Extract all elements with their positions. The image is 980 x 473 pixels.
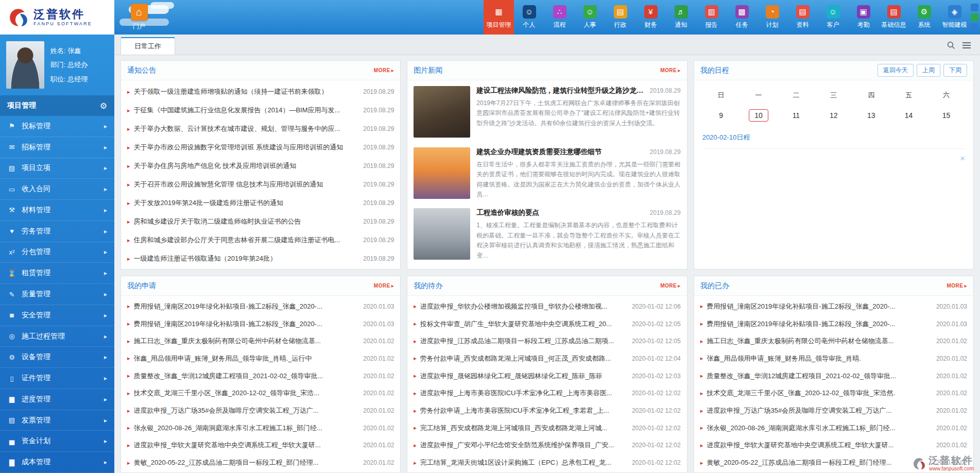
calendar-date[interactable]: 11: [787, 109, 806, 122]
header-module[interactable]: ¥ 财务: [635, 0, 666, 35]
header-module[interactable]: ♬ 通知: [666, 0, 696, 35]
header-module[interactable]: ☺ 客户: [818, 0, 848, 35]
list-item[interactable]: ▸ 关于举办市政公用设施数字化管理培训班 系统建设与应用培训班的通知 2019.…: [121, 138, 400, 157]
clipped-module-icon[interactable]: [971, 23, 978, 31]
header-module[interactable]: ▣ 考勤: [848, 0, 879, 35]
sidebar-menu-item[interactable]: ✉ 招标管理 ▸: [0, 137, 114, 158]
list-item[interactable]: ▸ 张鑫_用品领用申请_账簿_财务用品_领导审批_肖晴. 2020.01.02: [694, 350, 973, 367]
menu-list-icon[interactable]: [962, 42, 971, 49]
list-item[interactable]: ▸ 关于发放2019年第24批一级建造师注册证书的通知 2019.08.29: [121, 194, 400, 212]
sidebar-menu-item[interactable]: ▭ 收入合同 ▸: [0, 179, 114, 200]
list-item[interactable]: ▸ 技术交底_龙湖三千里小区_张鑫_2020-12-02_领导审批_宋浩然. 2…: [694, 385, 973, 402]
header-module[interactable]: ☺ 个人: [514, 0, 544, 35]
portal-button[interactable]: ⌂ 门户: [114, 0, 164, 35]
list-item[interactable]: ▸ 关于举办大数据、云计算技术在城市建设、规划、管理与服务中的应... 2019…: [121, 120, 400, 138]
calendar-date[interactable]: 13: [862, 109, 881, 122]
sidebar-menu-item[interactable]: ▯ 证件管理 ▸: [0, 368, 114, 389]
list-item[interactable]: ▸ 进度款申报_晟铭园林绿化工程_晟铭园林绿化工程_陈菲_陈菲 2020-01-…: [407, 367, 686, 385]
sidebar-menu-item[interactable]: ▆ 进度管理 ▸: [0, 389, 114, 410]
calendar-date[interactable]: 10: [749, 109, 768, 122]
list-item[interactable]: ▸ 进度款申报_江苏成品油二期项目一标段工程_江苏成品油二期项... 2020-…: [407, 332, 686, 350]
header-module[interactable]: ▤ 资料: [787, 0, 818, 35]
list-item[interactable]: ▸ 投标文件审查_胡广生_华软大厦研究基地中央空调系统工程_20... 2020…: [407, 315, 686, 333]
list-item[interactable]: ▸ 费用报销_潼南区2019年绿化补贴项目-施工2标段_张鑫_2020-... …: [121, 315, 400, 333]
sidebar-menu-item[interactable]: ◙ 安全管理 ▸: [0, 305, 114, 326]
sidebar-menu-item[interactable]: ▤ 发票管理 ▸: [0, 410, 114, 431]
header-module[interactable]: ▤ 基础信息: [879, 0, 909, 35]
list-item[interactable]: ▸ 完工结算_龙湖天街城1区设计采购施工（EPC）总承包工程_龙... 2020…: [407, 454, 686, 471]
list-item[interactable]: ▸ 进度款申报_华软办公楼增加视频监控项目_华软办公楼增加视... 2020-0…: [407, 298, 686, 315]
list-item[interactable]: ▸ 张永银_2020-08-26_湖南洞庭湖水库引水工程施工1标_部门经... …: [694, 419, 973, 437]
list-item[interactable]: ▸ 房和城乡建设厅关于取消二级建造师临时执业证书的公告 2019.08.29: [121, 212, 400, 231]
list-item[interactable]: ▸ 于征集《中国建筑施工行业信息化发展报告（2014）—BIM应用与发... 2…: [121, 101, 400, 120]
list-item[interactable]: ▸ 关于领取一级注册建造师增项贴的通知（须持一建证书前来领取） 2019.08.…: [121, 82, 400, 101]
list-item[interactable]: ▸ 关于举办住房与房地产信息化 技术及应用培训班的通知 2019.08.29: [121, 157, 400, 175]
calendar-date[interactable]: 9: [713, 109, 729, 122]
header-module[interactable]: ⚙ 系统: [909, 0, 939, 35]
sidebar-menu-item[interactable]: ▤ 项目立项 ▸: [0, 158, 114, 179]
sidebar-menu-item[interactable]: ▅ 资金计划 ▸: [0, 431, 114, 452]
sidebar-menu-item[interactable]: ♥ 劳务管理 ▸: [0, 221, 114, 242]
list-item[interactable]: ▸ 完工结算_西安成都路龙湖上河城项目_西安成都路龙湖上河城... 2020-0…: [407, 419, 686, 437]
back-to-today-button[interactable]: 返回今天: [878, 64, 914, 77]
news-item[interactable]: 建筑企业办理建筑资质需要注意哪些细节 2019.08.29 在日常生活中，很多人…: [414, 147, 680, 202]
list-item[interactable]: ▸ 进度款申报_万达广场35#会所及咖啡厅空调安装工程_万达广... 2020.…: [694, 402, 973, 419]
header-module[interactable]: ◈ 智能建模: [939, 0, 970, 35]
calendar-date[interactable]: 12: [824, 109, 844, 122]
header-module[interactable]: ◔ 计划: [757, 0, 787, 35]
list-item[interactable]: ▸ 住房和城乡建设部办公厅关于同意吉林省开展二级建造师注册证书电... 2019…: [121, 231, 400, 249]
sidebar-menu-item[interactable]: ⚒ 材料管理 ▸: [0, 200, 114, 221]
list-item[interactable]: ▸ 张鑫_用品领用申请_账簿_财务用品_领导审批_肖晴._运行中 2020.01…: [121, 350, 400, 367]
tab-daily-work[interactable]: 日常工作: [121, 37, 175, 55]
news-item[interactable]: 工程造价审核的要点 2019.08.29 1、核准工程量。工程量是编制决算最基本…: [414, 208, 680, 263]
sidebar-menu-item[interactable]: ⌛ 租赁管理 ▸: [0, 263, 114, 284]
list-item[interactable]: ▸ 施工日志_张鑫_重庆太极制药有限公司亳州中药材仓储物流基... 2020.0…: [121, 332, 400, 350]
list-item[interactable]: ▸ 施工日志_张鑫_重庆太极制药有限公司亳州中药材仓储物流基... 2020.0…: [694, 332, 973, 350]
next-week-button[interactable]: 下周: [943, 64, 967, 77]
calendar-date[interactable]: 15: [937, 109, 956, 122]
list-item[interactable]: ▸ 费用报销_潼南区2019年绿化补贴项目-施工2标段_张鑫_2020-... …: [121, 298, 400, 315]
list-item[interactable]: ▸ 黄敏_2020-05-22_江苏成品油二期项目一标段工程_部门经理... 2…: [694, 454, 973, 471]
clipped-module-icon[interactable]: [971, 4, 978, 11]
list-item[interactable]: ▸ 劳务付款申请_西安成都路龙湖上河城项目_何正茂_西安成都路... 2020-…: [407, 350, 686, 367]
list-item[interactable]: ▸ 费用报销_潼南区2019年绿化补贴项目-施工2标段_张鑫_2020-... …: [694, 315, 973, 333]
sidebar-menu-item[interactable]: ▇ 成本管理 ▸: [0, 452, 114, 473]
list-item[interactable]: ▸ 一级建造师注册证书领取通知（2019年第24批） 2019.08.29: [121, 249, 400, 268]
list-item[interactable]: ▸ 进度款申报_华软大厦研究基地中央空调系统工程_华软大厦研... 2020.0…: [121, 437, 400, 454]
list-item[interactable]: ▸ 费用报销_潼南区2019年绿化补贴项目-施工2标段_张鑫_2020-... …: [694, 298, 973, 315]
list-item[interactable]: ▸ 质量整改_张鑫_华润12城房建工程项目_2021-02-02_领导审批...…: [121, 367, 400, 385]
list-item[interactable]: ▸ 关于召开市政公用设施智慧化管理 信息技术与应用培训班的通知 2019.08.…: [121, 175, 400, 194]
list-item[interactable]: ▸ 张永银_2020-08-26_湖南洞庭湖水库引水工程施工1标_部门经... …: [121, 419, 400, 437]
more-link-news[interactable]: MORE ▸: [660, 67, 681, 73]
header-module[interactable]: ▦ 项目管理: [484, 0, 514, 35]
prev-week-button[interactable]: 上周: [917, 64, 940, 77]
header-module[interactable]: ▥ 报告: [696, 0, 727, 35]
header-module[interactable]: ▩ 任务: [727, 0, 757, 35]
more-link-notices[interactable]: MORE ▸: [374, 67, 394, 73]
close-icon[interactable]: ×: [960, 154, 965, 163]
list-item[interactable]: ▸ 劳务付款申请_上海市美容医院ICU手术室净化工程_李若君_上... 2020…: [407, 402, 686, 419]
list-item[interactable]: ▸ 黄敏_2020-05-22_江苏成品油二期项目一标段工程_部门经理... 2…: [121, 454, 400, 471]
sidebar-menu-item[interactable]: ◎ 施工过程管理 ▸: [0, 326, 114, 347]
list-item[interactable]: ▸ 进度款申报_广安邓小平纪念馆安全防范系统维护保养项目_广安... 2020-…: [407, 437, 686, 454]
header-module[interactable]: ▤ 行政: [605, 0, 635, 35]
list-item[interactable]: ▸ 质量整改_张鑫_华润12城房建工程项目_2021-02-02_领导审批...…: [694, 367, 973, 385]
header-module[interactable]: ☺ 人事: [575, 0, 605, 35]
list-item[interactable]: ▸ 进度款申报_上海市美容医院ICU手术室净化工程_上海市美容医... 2020…: [407, 385, 686, 402]
header-module[interactable]: ∴ 流程: [544, 0, 575, 35]
sidebar-menu-item[interactable]: ⚙ 设备管理 ▸: [0, 347, 114, 368]
more-link-applications[interactable]: MORE ▸: [374, 283, 394, 289]
sidebar-menu-item[interactable]: ⚑ 投标管理 ▸: [0, 116, 114, 137]
sidebar-menu-item[interactable]: ✎ 质量管理 ▸: [0, 284, 114, 305]
news-item[interactable]: 建设工程法律风险防范，建筑行业转型升级之路沙龙活动 2019.08.29 201…: [414, 86, 680, 141]
sidebar-menu-item[interactable]: x² 分包管理 ▸: [0, 242, 114, 263]
calendar-date[interactable]: 14: [899, 109, 919, 122]
more-link-todos[interactable]: MORE ▸: [660, 283, 681, 289]
clipped-module-icon[interactable]: [971, 13, 978, 21]
list-item[interactable]: ▸ 进度款申报_华软大厦研究基地中央空调系统工程_华软大厦研... 2020.0…: [694, 437, 973, 454]
more-link-done[interactable]: MORE ▸: [947, 283, 967, 289]
search-icon[interactable]: [947, 41, 955, 49]
list-item[interactable]: ▸ 技术交底_龙湖三千里小区_张鑫_2020-12-02_领导审批_宋浩... …: [121, 385, 400, 402]
list-item[interactable]: ▸ 进度款申报_万达广场35#会所及咖啡厅空调安装工程_万达广... 2020.…: [121, 402, 400, 419]
gear-icon[interactable]: ⚙: [100, 101, 107, 111]
